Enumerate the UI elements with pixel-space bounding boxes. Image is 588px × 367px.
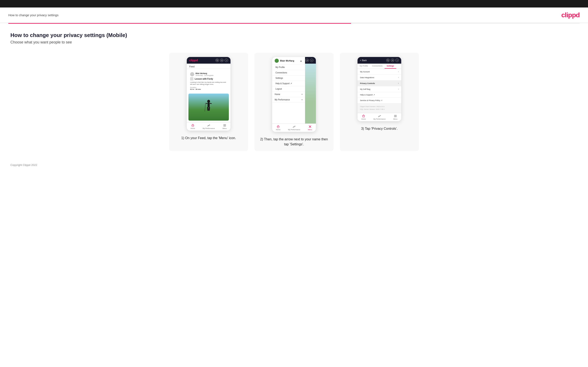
performance-icon-3 — [378, 114, 381, 118]
post-title: Lesson with Fordy — [195, 78, 213, 80]
phone-1-bottom-nav: Home My Performance Menu — [187, 122, 231, 131]
svg-rect-8 — [207, 107, 209, 111]
header: How to change your privacy settings clip… — [0, 8, 588, 23]
menu-section-performance[interactable]: My Performance ▾ — [272, 97, 305, 102]
nav-performance: My Performance — [203, 124, 215, 129]
tab-my-profile[interactable]: My Profile — [357, 64, 370, 69]
settings-item-my-account[interactable]: My Account › — [357, 69, 401, 75]
phone-3-icons — [386, 59, 399, 62]
menu-section-home[interactable]: Home ▾ — [272, 92, 305, 97]
nav3-performance-label: My Performance — [373, 118, 386, 120]
svg-rect-26 — [363, 116, 364, 117]
menu-icon — [223, 124, 226, 127]
nav2-performance: My Performance — [288, 125, 300, 131]
golfer-silhouette — [203, 99, 214, 115]
menu-item-logout[interactable]: Logout — [272, 86, 305, 92]
step-2-card: clippd — [254, 53, 334, 151]
settings-item-data-integrations[interactable]: Data Integrations › — [357, 75, 401, 81]
settings-item-service-privacy[interactable]: Service & Privacy Policy ↗ — [357, 98, 401, 103]
performance-icon-2 — [293, 125, 296, 128]
post-author-name: Blair McHarg — [196, 72, 213, 75]
svg-rect-7 — [210, 103, 212, 104]
menu-item-my-profile[interactable]: My Profile — [272, 65, 305, 70]
home-icon-2 — [277, 125, 280, 128]
nav3-menu-label: Menu — [393, 118, 398, 120]
nav-menu[interactable]: Menu — [223, 124, 227, 129]
settings-item-privacy-controls-label: Privacy Controls — [360, 82, 375, 84]
arrow-up-icon[interactable]: ▲ — [300, 59, 303, 62]
logo: clippd — [561, 11, 580, 19]
menu-item-settings[interactable]: Settings — [272, 75, 305, 81]
settings-item-help-support-label: Help & Support ↗ — [360, 94, 375, 96]
nav3-performance: My Performance — [373, 114, 386, 120]
nav3-menu[interactable]: Menu — [393, 114, 398, 120]
post-date: Yesterday · Sunningdale — [196, 75, 213, 76]
menu-item-help-support[interactable]: Help & Support ↗ — [272, 81, 305, 86]
menu-section-home-label: Home — [275, 93, 280, 95]
feed-post: Blair McHarg Yesterday · Sunningdale Les… — [189, 70, 229, 92]
settings-item-my-golf-bag-label: My Golf Bag — [360, 88, 370, 90]
page-heading: How to change your privacy settings (Mob… — [10, 32, 578, 38]
settings-item-privacy-controls[interactable]: Privacy Controls › — [357, 81, 401, 86]
svg-point-25 — [397, 60, 398, 61]
chevron-down-icon-2: ▾ — [302, 99, 303, 101]
menu-section-performance-label: My Performance — [275, 99, 290, 101]
phone-1-header: clippd — [187, 57, 231, 64]
menu-avatar — [275, 59, 279, 63]
top-bar — [0, 0, 588, 8]
svg-point-18 — [311, 60, 312, 61]
nav2-close[interactable]: Menu — [308, 125, 312, 131]
back-button[interactable]: < Back — [360, 59, 367, 62]
home-icon-3 — [362, 114, 365, 118]
nav-menu-label: Menu — [223, 127, 227, 129]
settings-item-my-account-label: My Account — [360, 71, 370, 73]
home-icon — [191, 124, 194, 127]
settings-tabs: My Profile Connections Settings — [357, 64, 401, 69]
svg-rect-11 — [192, 125, 194, 127]
settings-icon-2 — [310, 59, 313, 62]
post-duration: Duration01 hr : 30 min — [190, 86, 227, 90]
chevron-right-icon-4: › — [398, 88, 399, 90]
settings-item-data-integrations-label: Data Integrations — [360, 76, 374, 79]
settings-item-my-golf-bag[interactable]: My Golf Bag › — [357, 86, 401, 92]
svg-rect-6 — [206, 103, 208, 104]
svg-point-3 — [226, 60, 227, 61]
main-content: How to change your privacy settings (Mob… — [0, 24, 588, 159]
svg-line-23 — [388, 60, 389, 61]
step-1-card: clippd Feed — [169, 53, 248, 151]
nav-home-label: Home — [190, 127, 195, 129]
settings-item-service-privacy-label: Service & Privacy Policy ↗ — [360, 99, 382, 101]
svg-point-4 — [207, 100, 210, 103]
feed-tab: Feed — [187, 64, 231, 69]
tab-settings[interactable]: Settings — [385, 64, 396, 69]
nav-performance-label: My Performance — [203, 127, 215, 129]
menu-panel: Blair McHarg ▲ My Profile Connections Se… — [272, 57, 305, 132]
phone-1-logo: clippd — [189, 59, 198, 62]
nav2-close-label: Menu — [308, 129, 312, 131]
chevron-down-icon: ▾ — [302, 93, 303, 95]
step-1-description: 1) On your Feed, tap the 'Menu' icon. — [181, 136, 236, 141]
tab-connections[interactable]: Connections — [370, 64, 385, 69]
nav2-home: Home — [276, 125, 280, 131]
settings-item-help-support[interactable]: Help & Support ↗ — [357, 92, 401, 98]
step-3-description: 3) Tap 'Privacy Controls'. — [361, 126, 398, 131]
avatar — [190, 72, 194, 76]
nav2-performance-label: My Performance — [288, 129, 300, 131]
menu-user-name: Blair McHarg — [280, 59, 294, 62]
user-icon — [220, 59, 223, 62]
page-subheading: Choose what you want people to see — [10, 40, 578, 44]
phone-2-bottom-nav: Home My Performance Menu — [272, 124, 316, 132]
menu-icon-3 — [394, 114, 397, 118]
performance-icon — [207, 124, 210, 127]
menu-item-connections[interactable]: Connections — [272, 70, 305, 75]
phone-3-header: < Back — [357, 57, 401, 64]
close-icon — [308, 125, 312, 128]
chevron-right-icon: › — [398, 70, 399, 73]
svg-line-1 — [217, 60, 218, 61]
chevron-right-icon-2: › — [398, 76, 399, 79]
svg-rect-5 — [208, 103, 210, 107]
phone-1-icons — [216, 59, 228, 62]
svg-rect-9 — [208, 107, 210, 111]
svg-rect-19 — [277, 127, 279, 128]
menu-user-row: Blair McHarg ▲ — [272, 57, 305, 65]
